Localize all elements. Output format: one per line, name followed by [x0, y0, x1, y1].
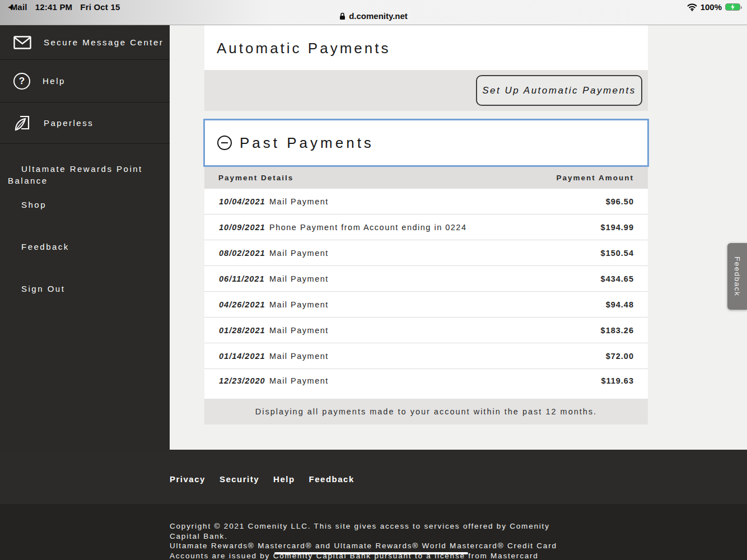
back-app-label: Mail [11, 2, 27, 12]
payment-description: Phone Payment from Account ending in 022… [269, 223, 601, 232]
past-payments-title: Past Payments [240, 134, 374, 152]
footer-legal-band: Copyright © 2021 Comenity LLC. This site… [0, 504, 747, 560]
payment-description: Mail Payment [269, 249, 601, 258]
sidebar-item-paperless[interactable]: Paperless [0, 102, 170, 144]
column-header-payment-amount: Payment Amount [556, 174, 634, 182]
sidebar-item-shop[interactable]: Shop [0, 200, 170, 209]
payment-description: Mail Payment [269, 352, 606, 361]
footer-link-help[interactable]: Help [273, 474, 295, 484]
wifi-icon [687, 3, 697, 11]
payments-table-header: Payment Details Payment Amount [204, 167, 648, 189]
payment-amount: $150.54 [601, 249, 648, 258]
payment-amount: $96.50 [606, 197, 648, 206]
address-bar[interactable]: d.comenity.net [339, 11, 408, 21]
footer-links: Privacy Security Help Feedback [170, 474, 354, 484]
sidebar-item-label: Paperless [44, 118, 94, 128]
question-circle-icon: ? [13, 73, 30, 90]
table-row: 06/11/2021 Mail Payment $434.65 [204, 266, 648, 292]
sidebar-item-sign-out[interactable]: Sign Out [0, 284, 170, 293]
feedback-edge-tab[interactable]: Feedback [727, 243, 747, 310]
sidebar-item-label: Help [43, 76, 66, 86]
screen: ◀ Mail 12:41 PM Fri Oct 15 d.comenity.ne… [0, 0, 747, 560]
battery-percent: 100% [701, 2, 722, 12]
lock-icon [339, 12, 346, 20]
sidebar-item-rewards-balance[interactable]: Ultamate Rewards Point Balance [0, 163, 162, 186]
clock-date: Fri Oct 15 [80, 2, 120, 12]
status-bar-left: ◀ Mail 12:41 PM Fri Oct 15 [8, 2, 120, 12]
battery-charging-icon [725, 3, 740, 11]
sidebar-item-label: Secure Message Center [44, 38, 164, 47]
automatic-payments-card: Automatic Payments [204, 25, 648, 70]
payment-date: 10/04/2021 [204, 197, 269, 206]
payment-description: Mail Payment [269, 197, 606, 206]
sidebar-item-secure-message-center[interactable]: Secure Message Center [0, 25, 170, 60]
payment-amount: $72.00 [606, 352, 648, 361]
envelope-icon [13, 36, 31, 49]
table-row: 10/09/2021 Phone Payment from Account en… [204, 214, 648, 240]
status-bar-right: 100% [687, 2, 740, 12]
copyright-line: Ultamate Rewards® Mastercard® and Ultama… [170, 541, 573, 551]
table-row: 08/02/2021 Mail Payment $150.54 [204, 240, 648, 266]
copyright-line: Copyright © 2021 Comenity LLC. This site… [170, 521, 573, 531]
payment-date: 01/28/2021 [204, 326, 269, 335]
setup-automatic-payments-button[interactable]: Set Up Automatic Payments [476, 75, 642, 106]
payment-amount: $434.65 [601, 274, 648, 283]
safari-top-bar: ◀ Mail 12:41 PM Fri Oct 15 d.comenity.ne… [0, 0, 747, 25]
past-payments-header[interactable]: Past Payments [203, 119, 649, 167]
automatic-payments-action-band: Set Up Automatic Payments [204, 70, 648, 111]
url-domain: d.comenity.net [349, 11, 408, 21]
strikethrough-line [274, 552, 468, 554]
payment-date: 04/26/2021 [204, 300, 269, 309]
table-row: 04/26/2021 Mail Payment $94.48 [204, 292, 648, 318]
payments-table: 10/04/2021 Mail Payment $96.50 10/09/202… [204, 189, 648, 399]
payment-amount: $194.99 [601, 223, 648, 232]
table-row: 12/23/2020 Mail Payment $119.63 [204, 369, 648, 399]
minus-circle-icon[interactable] [217, 136, 232, 150]
payment-amount: $183.26 [601, 326, 648, 335]
payment-date: 08/02/2021 [204, 249, 269, 258]
table-row: 01/28/2021 Mail Payment $183.26 [204, 318, 648, 343]
sidebar-nav: Secure Message Center ? Help Paperless U… [0, 25, 170, 450]
footer-link-security[interactable]: Security [220, 474, 259, 484]
column-header-payment-details: Payment Details [218, 174, 293, 182]
table-row: 01/14/2021 Mail Payment $72.00 [204, 343, 648, 369]
payment-amount: $119.63 [601, 376, 648, 385]
copyright-line: Capital Bank. [170, 531, 573, 542]
clock-time: 12:41 PM [35, 2, 73, 12]
footer-link-privacy[interactable]: Privacy [170, 474, 206, 484]
feedback-tab-label: Feedback [733, 256, 741, 296]
table-row: 10/04/2021 Mail Payment $96.50 [204, 189, 648, 214]
back-to-mail-button[interactable]: ◀ Mail [8, 2, 27, 12]
sidebar-item-help[interactable]: ? Help [0, 60, 170, 102]
payment-description: Mail Payment [269, 274, 601, 283]
payment-date: 01/14/2021 [204, 352, 269, 361]
payment-description: Mail Payment [269, 300, 606, 309]
payment-date: 06/11/2021 [204, 274, 269, 283]
payment-date: 10/09/2021 [204, 223, 269, 232]
payment-date: 12/23/2020 [204, 376, 269, 385]
url-row: d.comenity.net [0, 11, 747, 22]
page-title: Automatic Payments [217, 40, 390, 57]
payment-amount: $94.48 [606, 300, 648, 309]
payment-description: Mail Payment [269, 376, 601, 385]
footer-link-feedback[interactable]: Feedback [309, 474, 354, 484]
sidebar-item-feedback[interactable]: Feedback [0, 242, 170, 251]
payments-range-note: Displaying all payments made to your acc… [204, 399, 648, 424]
paperless-leaf-icon [13, 115, 31, 132]
payment-description: Mail Payment [269, 326, 601, 335]
footer-links-band: Privacy Security Help Feedback [0, 450, 747, 504]
